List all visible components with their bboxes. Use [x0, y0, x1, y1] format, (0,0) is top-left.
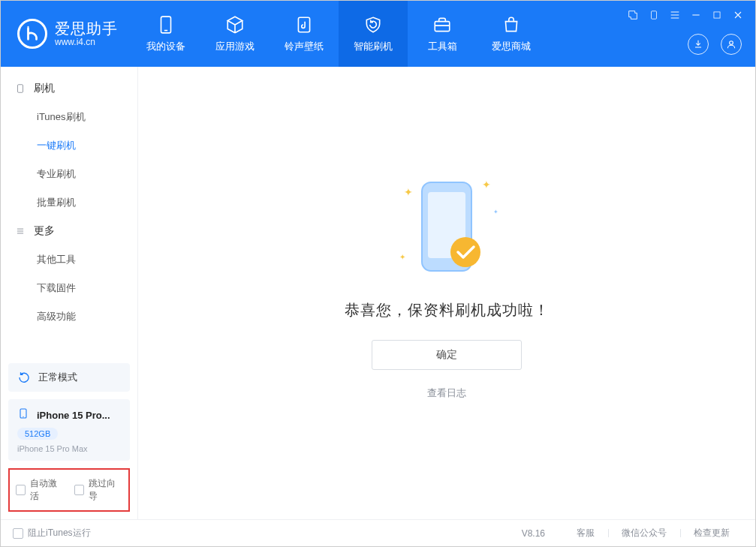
sidebar-section-label: 更多: [34, 224, 55, 238]
app-name: 爱思助手: [55, 20, 118, 38]
highlighted-options: 自动激活 跳过向导: [8, 468, 130, 512]
footer-link-update[interactable]: 检查更新: [680, 527, 743, 539]
maximize-icon[interactable]: [710, 8, 724, 22]
checkbox-icon: [13, 528, 23, 539]
checkbox-label: 阻止iTunes运行: [28, 527, 91, 539]
device-name: iPhone 15 Pro...: [37, 410, 110, 421]
logo-icon: [17, 19, 47, 49]
nav-tab-toolbox[interactable]: 工具箱: [408, 1, 477, 67]
device-storage-badge: 512GB: [17, 428, 58, 440]
nav-tab-apps-games[interactable]: 应用游戏: [200, 1, 270, 67]
menu-icon[interactable]: [668, 8, 682, 22]
version-label: V8.16: [522, 528, 545, 539]
sidebar-item-onekey-flash[interactable]: 一键刷机: [1, 131, 137, 160]
nav-tab-label: 爱思商城: [492, 40, 531, 53]
sparkle-icon: ✦: [404, 186, 413, 198]
music-note-icon: [294, 14, 315, 35]
nav-tab-store[interactable]: 爱思商城: [477, 1, 546, 67]
nav-tabs: 我的设备 应用游戏 铃声壁纸 智能刷机 工具箱 爱思商城: [131, 1, 546, 67]
device-model: iPhone 15 Pro Max: [17, 444, 121, 453]
sidebar-item-itunes-flash[interactable]: iTunes刷机: [1, 103, 137, 131]
theme-icon[interactable]: [626, 8, 640, 22]
sparkle-icon: ✦: [399, 253, 405, 261]
footer-link-wechat[interactable]: 微信公众号: [608, 527, 680, 539]
svg-point-11: [23, 416, 23, 417]
svg-rect-4: [435, 22, 450, 32]
ok-button[interactable]: 确定: [372, 340, 522, 370]
sidebar-item-pro-flash[interactable]: 专业刷机: [1, 160, 137, 188]
success-message: 恭喜您，保资料刷机成功啦！: [345, 300, 550, 320]
minimize-icon[interactable]: [689, 8, 703, 22]
nav-tab-label: 我的设备: [146, 40, 185, 53]
nav-tab-smart-flash[interactable]: 智能刷机: [339, 1, 408, 67]
nav-tab-my-device[interactable]: 我的设备: [131, 1, 200, 67]
svg-point-8: [730, 41, 733, 45]
main-content: ✦ ✦ ✦ ✦ 恭喜您，保资料刷机成功啦！ 确定 查看日志: [138, 67, 755, 519]
phone-small-icon[interactable]: [647, 8, 661, 22]
window-controls: [626, 8, 745, 25]
block-itunes-checkbox[interactable]: 阻止iTunes运行: [13, 527, 91, 539]
phone-icon: [155, 14, 176, 35]
device-card[interactable]: iPhone 15 Pro... 512GB iPhone 15 Pro Max: [8, 399, 130, 461]
nav-tab-ringtones[interactable]: 铃声壁纸: [270, 1, 339, 67]
sidebar-section-more[interactable]: 更多: [1, 217, 137, 245]
svg-point-14: [450, 237, 480, 267]
device-phone-icon: [17, 407, 29, 423]
app-window: 爱思助手 www.i4.cn 我的设备 应用游戏 铃声壁纸 智能刷机: [0, 0, 756, 547]
sidebar-item-advanced[interactable]: 高级功能: [1, 302, 137, 331]
sidebar-item-batch-flash[interactable]: 批量刷机: [1, 188, 137, 217]
user-icon[interactable]: [721, 34, 742, 55]
device-mode-label: 正常模式: [38, 371, 77, 384]
success-illustration: ✦ ✦ ✦ ✦: [390, 171, 503, 284]
header: 爱思助手 www.i4.cn 我的设备 应用游戏 铃声壁纸 智能刷机: [1, 1, 755, 67]
checkbox-label: 跳过向导: [89, 477, 122, 503]
shopping-bag-icon: [501, 14, 522, 35]
nav-tab-label: 应用游戏: [215, 40, 255, 53]
device-mode-card[interactable]: 正常模式: [8, 363, 130, 392]
success-panel: ✦ ✦ ✦ ✦ 恭喜您，保资料刷机成功啦！ 确定 查看日志: [345, 171, 550, 400]
download-icon[interactable]: [688, 34, 709, 55]
footer: 阻止iTunes运行 V8.16 客服 微信公众号 检查更新: [1, 519, 755, 546]
view-log-link[interactable]: 查看日志: [427, 386, 466, 400]
svg-rect-7: [714, 12, 720, 18]
sidebar-bottom: 正常模式 iPhone 15 Pro... 512GB iPhone 15 Pr…: [1, 357, 137, 519]
svg-rect-3: [298, 17, 309, 32]
body: 刷机 iTunes刷机 一键刷机 专业刷机 批量刷机 更多 其他工具 下载固件 …: [1, 67, 755, 519]
refresh-shield-icon: [363, 14, 384, 35]
nav-tab-label: 铃声壁纸: [285, 40, 324, 53]
sidebar-section-flash[interactable]: 刷机: [1, 74, 137, 103]
nav-tab-label: 智能刷机: [354, 40, 393, 53]
checkbox-icon: [74, 485, 84, 495]
nav-tab-label: 工具箱: [428, 40, 457, 53]
close-icon[interactable]: [731, 8, 745, 22]
svg-rect-9: [18, 85, 23, 93]
skip-wizard-checkbox[interactable]: 跳过向导: [74, 477, 122, 503]
checkbox-label: 自动激活: [30, 477, 64, 503]
refresh-icon: [17, 371, 31, 384]
svg-point-0: [27, 26, 29, 28]
sparkle-icon: ✦: [493, 209, 498, 215]
sidebar: 刷机 iTunes刷机 一键刷机 专业刷机 批量刷机 更多 其他工具 下载固件 …: [1, 67, 138, 519]
svg-rect-5: [652, 11, 657, 20]
toolbox-icon: [432, 14, 453, 35]
sparkle-icon: ✦: [482, 179, 491, 191]
cube-icon: [224, 14, 245, 35]
sidebar-item-download-firmware[interactable]: 下载固件: [1, 274, 137, 302]
list-icon: [14, 225, 26, 237]
sidebar-section-label: 刷机: [34, 82, 55, 95]
phone-outline-icon: [14, 83, 26, 95]
logo-text: 爱思助手 www.i4.cn: [55, 20, 118, 48]
checkbox-icon: [16, 485, 26, 495]
auto-activate-checkbox[interactable]: 自动激活: [16, 477, 64, 503]
header-actions: [688, 34, 742, 55]
sidebar-item-other-tools[interactable]: 其他工具: [1, 245, 137, 274]
app-url: www.i4.cn: [55, 38, 118, 48]
footer-link-support[interactable]: 客服: [563, 527, 608, 539]
logo-area: 爱思助手 www.i4.cn: [1, 1, 131, 67]
